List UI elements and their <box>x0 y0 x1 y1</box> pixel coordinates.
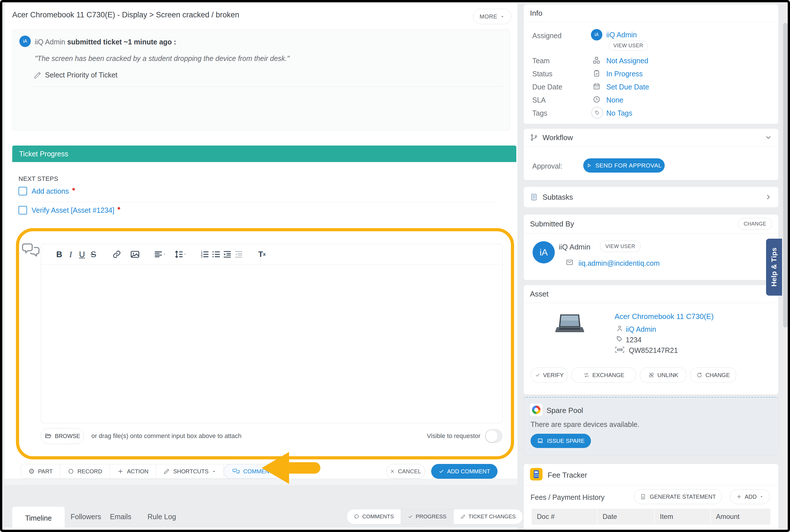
due-date-value-link[interactable]: Set Due Date <box>606 83 649 91</box>
comment-mode-button[interactable]: COMMENT <box>224 464 281 479</box>
plus-icon <box>117 468 123 474</box>
sla-label: SLA <box>532 96 546 104</box>
page-title: Acer Chromebook 11 C730(E) - Display > S… <box>12 11 239 19</box>
visible-to-requestor-label: Visible to requestor <box>427 432 480 440</box>
issue-spare-button[interactable]: ISSUE SPARE <box>531 434 591 448</box>
outdent-button[interactable] <box>233 248 244 261</box>
statement-doc-icon: $ <box>640 494 646 500</box>
submitter-email-link[interactable]: iiq.admin@incidentiq.com <box>578 259 659 267</box>
composer-actions: ⚙ PART RECORD ACTION SHORTCUTS <box>21 464 282 478</box>
generate-statement-button[interactable]: $ GENERATE STATEMENT <box>634 489 722 504</box>
cancel-button[interactable]: CANCEL <box>386 464 425 479</box>
insert-link-button[interactable] <box>111 248 122 261</box>
filter-progress[interactable]: PROGRESS <box>401 509 454 524</box>
ticket-description-box: iA iiQ Admin submitted ticket ~1 minute … <box>12 30 510 130</box>
record-button[interactable]: RECORD <box>60 464 110 478</box>
checkbox[interactable] <box>19 206 27 214</box>
bold-button[interactable]: B <box>54 248 65 261</box>
team-value-link[interactable]: Not Assigned <box>606 57 648 65</box>
svg-text:3: 3 <box>201 255 203 258</box>
asset-panel: Asset Acer Chromebook 11 C730(E) iiQ Adm… <box>523 285 778 395</box>
submitter-name: iiQ Admin <box>559 243 590 251</box>
shortcuts-button[interactable]: SHORTCUTS <box>156 464 224 478</box>
visible-to-requestor-toggle[interactable] <box>485 429 502 443</box>
part-button[interactable]: ⚙ PART <box>21 464 60 478</box>
assigned-label: Assigned <box>532 32 562 40</box>
comment-bubbles-icon <box>232 468 240 475</box>
tab-followers[interactable]: Followers <box>71 513 101 521</box>
subtasks-icon <box>530 193 538 201</box>
submitted-by-header: Submitted By CHANGE <box>524 214 778 233</box>
exchange-asset-button[interactable]: EXCHANGE <box>571 367 636 383</box>
underline-button[interactable]: U <box>76 248 88 261</box>
change-asset-button[interactable]: CHANGE <box>690 367 736 383</box>
tags-label: Tags <box>532 109 547 117</box>
scrollbar-thumb[interactable] <box>783 23 788 327</box>
asset-owner-link[interactable]: iiQ Admin <box>626 325 656 334</box>
tags-value-link[interactable]: No Tags <box>606 109 632 117</box>
status-label: Status <box>532 70 553 78</box>
chevron-right-icon <box>765 193 772 201</box>
send-for-approval-button[interactable]: SEND FOR APPROVAL <box>583 158 665 173</box>
step-link[interactable]: Verify Asset [Asset #1234] <box>32 206 114 214</box>
verify-asset-button[interactable]: VERIFY <box>531 367 568 383</box>
ordered-list-button[interactable]: 123 <box>199 248 210 261</box>
pencil-icon <box>163 468 170 474</box>
clear-formatting-button[interactable]: Tx <box>256 248 268 261</box>
ticket-progress-header: Ticket Progress <box>12 146 516 162</box>
tab-rule-log[interactable]: Rule Log <box>148 513 176 521</box>
info-panel: Info Assigned iA iiQ Admin VIEW USER Tea… <box>523 4 778 124</box>
status-value-link[interactable]: In Progress <box>606 70 643 78</box>
content-strip <box>4 528 517 530</box>
subtasks-panel[interactable]: Subtasks <box>523 187 778 208</box>
select-priority-link[interactable]: Select Priority of Ticket <box>34 71 117 79</box>
toggle-knob <box>485 430 498 442</box>
envelope-icon <box>565 258 574 266</box>
spare-pool-message: There are spare devices available. <box>531 420 639 429</box>
folder-icon <box>45 433 52 439</box>
insert-image-button[interactable] <box>129 248 141 261</box>
fee-table-header: Doc # Date Item Amount <box>532 509 770 525</box>
spare-pool-panel: Spare Pool There are spare devices avail… <box>523 397 778 455</box>
editor-toolbar: B I U S 123 Tx <box>41 244 502 265</box>
browse-button[interactable]: BROWSE <box>41 428 84 444</box>
speech-bubble-icon <box>354 514 360 519</box>
indent-button[interactable] <box>221 248 233 261</box>
avatar: iA <box>533 241 555 263</box>
add-fee-button[interactable]: ADD <box>730 489 770 504</box>
help-tips-tab[interactable]: Help & Tips <box>766 239 782 296</box>
add-comment-button[interactable]: ADD COMMENT <box>431 464 498 479</box>
checkbox[interactable] <box>19 187 27 195</box>
filter-comments[interactable]: COMMENTS <box>347 509 401 524</box>
spare-pool-title: Spare Pool <box>546 406 583 415</box>
chevron-down-icon[interactable] <box>765 134 772 141</box>
refresh-icon <box>696 372 702 378</box>
comment-input-area[interactable] <box>41 265 502 423</box>
assigned-user-link[interactable]: iiQ Admin <box>606 31 637 39</box>
bullet-list-button[interactable] <box>210 248 221 261</box>
sla-value-link[interactable]: None <box>606 96 623 104</box>
filter-ticket-changes[interactable]: TICKET CHANGES <box>454 509 523 524</box>
strikethrough-button[interactable]: S <box>88 248 99 261</box>
unlink-icon <box>648 372 654 378</box>
fee-col-date: Date <box>597 509 655 525</box>
view-user-button[interactable]: VIEW USER <box>600 241 640 252</box>
change-submitter-button[interactable]: CHANGE <box>738 218 772 230</box>
avatar: iA <box>591 29 602 40</box>
view-user-button[interactable]: VIEW USER <box>609 41 648 51</box>
unlink-asset-button[interactable]: UNLINK <box>640 367 687 383</box>
tab-emails[interactable]: Emails <box>110 513 131 521</box>
fee-tracker-title: Fee Tracker <box>548 471 587 480</box>
action-button[interactable]: ACTION <box>110 464 156 478</box>
more-button[interactable]: MORE <box>473 9 511 24</box>
tab-timeline[interactable]: Timeline <box>12 506 65 529</box>
submitted-line: iiQ Admin submitted ticket ~1 minute ago… <box>35 38 176 46</box>
team-icon <box>592 56 601 65</box>
select-priority-label: Select Priority of Ticket <box>45 71 117 79</box>
step-link[interactable]: Add actions <box>32 187 69 195</box>
asset-name-link[interactable]: Acer Chromebook 11 C730(E) <box>615 312 714 321</box>
check-icon <box>439 469 444 474</box>
next-step-verify-asset: Verify Asset [Asset #1234] <box>19 206 120 214</box>
caret-down-icon <box>759 495 764 499</box>
italic-button[interactable]: I <box>65 248 76 261</box>
